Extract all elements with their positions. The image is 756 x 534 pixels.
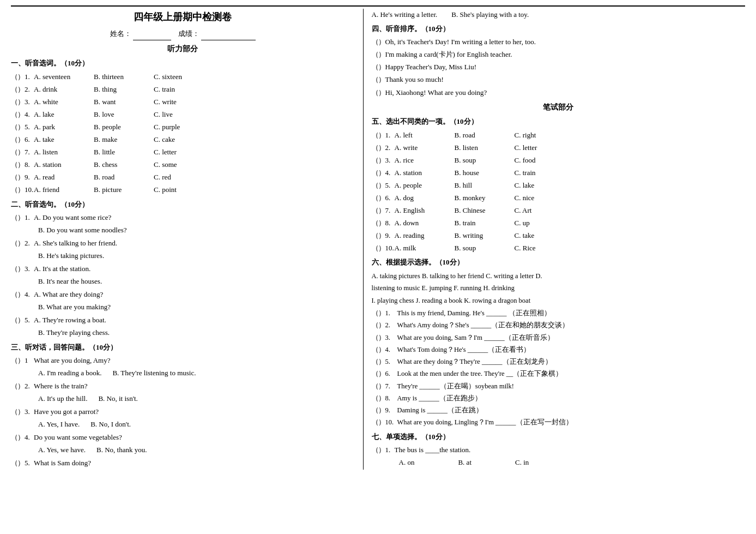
list-item: （ ）5. What is Sam doing? — [11, 457, 355, 469]
listen-section-title: 听力部分 — [11, 43, 355, 56]
list-item: （ ）3. Have you got a parrot? A. Yes, I h… — [11, 406, 355, 430]
part3-questions: （ ）1 What are you doing, Amy? A. I'm rea… — [11, 355, 355, 470]
list-item: （ ）3. A. It's at the station. B. It's ne… — [11, 263, 355, 287]
list-item: （ ）1. A. left B. road C. right — [372, 129, 745, 141]
score-label: 成绩： — [178, 29, 199, 38]
name-score-row: 姓名： 成绩： — [11, 28, 355, 40]
list-item: （ ）6. A. dog B. monkey C. nice — [372, 192, 745, 204]
list-item: （ ）9. Daming is ______（正在跳） — [372, 405, 745, 416]
list-item: （ ）2. A. She's talking to her friend. B.… — [11, 237, 355, 262]
part5-title: 五、选出不同类的一项。（10分） — [372, 116, 745, 128]
list-item: （ ）6. A. take B. make C. cake — [11, 134, 355, 146]
list-item: （ ）9. A. reading B. writing C. take — [372, 230, 745, 242]
list-item: （ ）5. A. They're rowing a boat. B. They'… — [11, 314, 355, 339]
list-item: （ ）10. What are you doing, Lingling？I'm … — [372, 417, 745, 428]
list-item: （ ）7. A. listen B. little C. letter — [11, 146, 355, 158]
list-item: （ ）10. A. milk B. soup C. Rice — [372, 242, 745, 254]
part4-items: （）Oh, it's Teacher's Day! I'm writing a … — [372, 36, 745, 98]
list-item: （ ）9. A. read B. road C. red — [11, 171, 355, 183]
list-item: （ ）4. A. station B. house C. train — [372, 167, 745, 179]
list-item: （ ）1. This is my friend, Daming. He's __… — [372, 308, 745, 319]
part6-title: 六、根据提示选择。（10分） — [372, 256, 745, 268]
part4-title: 四、听音排序。（10分） — [372, 23, 745, 35]
list-item: （ ）4. What's Tom doing？He's ______（正在看书） — [372, 344, 745, 356]
part6-options-line1: A. taking pictures B. talking to her fri… — [372, 270, 745, 283]
name-label: 姓名： — [110, 29, 131, 38]
list-item: （）Hi, Xiaohong! What are you doing? — [372, 87, 745, 99]
list-item: （ ）7. They're ______（正在喝）soybean milk! — [372, 381, 745, 392]
list-item: （ ）4. A. lake B. love C. live — [11, 109, 355, 121]
page-title: 四年级上册期中检测卷 — [11, 9, 355, 26]
list-item: （ ）1 What are you doing, Amy? A. I'm rea… — [11, 355, 355, 379]
part1-title: 一、听音选词。（10分） — [11, 57, 355, 69]
part6-options-line2: listening to music E. jumping F. running… — [372, 282, 745, 295]
list-item: （ ）1. A. seventeen B. thirteen C. sixtee… — [11, 71, 355, 83]
list-item: （ ）4. A. What are they doing? B. What ar… — [11, 289, 355, 313]
part7-questions: （ ）1. The bus is ____the station. A. on … — [372, 444, 745, 469]
part7-title: 七、单项选择。（10分） — [372, 431, 745, 443]
list-item: （ ）3. A. white B. want C. write — [11, 96, 355, 108]
list-item: （ ）5. A. people B. hill C. lake — [372, 179, 745, 191]
list-item: （ ）2. Where is the train? A. It's up the… — [11, 380, 355, 405]
part5-questions: （ ）1. A. left B. road C. right （ ）2. A. … — [372, 129, 745, 255]
list-item: （ ）6. Look at the men under the tree. Th… — [372, 368, 745, 380]
list-item: （ ）8. A. down B. train C. up — [372, 217, 745, 229]
part1-questions: （ ）1. A. seventeen B. thirteen C. sixtee… — [11, 71, 355, 196]
list-item: （）Happy Teacher's Day, Miss Liu! — [372, 61, 745, 73]
list-item: （ ）2. A. write B. listen C. letter — [372, 142, 745, 154]
list-item: （ ）8. A. station B. chess C. some — [11, 159, 355, 171]
part6-options: A. taking pictures B. talking to her fri… — [372, 270, 745, 307]
list-item: （ ）3. What are you doing, Sam？I'm ______… — [372, 332, 745, 344]
written-section-title: 笔试部分 — [372, 101, 745, 114]
list-item: （ ）5. What are they doing？They're ______… — [372, 356, 745, 368]
list-item: （ ）1. A. Do you want some rice? B. Do yo… — [11, 212, 355, 236]
list-item: （）Thank you so much! — [372, 74, 745, 86]
list-item: （ ）5. A. park B. people C. purple — [11, 121, 355, 133]
part2-questions: （ ）1. A. Do you want some rice? B. Do yo… — [11, 212, 355, 339]
list-item: （ ）10. A. friend B. picture C. point — [11, 184, 355, 196]
list-item: （）I'm making a card(卡片) for English teac… — [372, 49, 745, 61]
part3-b: B. She's playing with a toy. — [451, 10, 529, 19]
list-item: （ ）1. The bus is ____the station. A. on … — [372, 444, 745, 469]
list-item: （ ）3. A. rice B. soup C. food — [372, 154, 745, 166]
part6-options-line3: I. playing chess J. reading a book K. ro… — [372, 295, 745, 307]
part2-title: 二、听音选句。（10分） — [11, 199, 355, 211]
part6-questions: （ ）1. This is my friend, Daming. He's __… — [372, 308, 745, 429]
list-item: （ ）4. Do you want some vegetables? A. Ye… — [11, 431, 355, 456]
list-item: （ ）2. What's Amy doing？She's ______（正在和她… — [372, 320, 745, 331]
list-item: （ ）2. A. drink B. thing C. train — [11, 83, 355, 95]
list-item: （ ）7. A. English B. Chinese C. Art — [372, 205, 745, 217]
list-item: （ ）8. Amy is ______（正在跑步） — [372, 393, 745, 404]
part3-title: 三、听对话，回答问题。（10分） — [11, 341, 355, 353]
list-item: （）Oh, it's Teacher's Day! I'm writing a … — [372, 36, 745, 48]
part3-a: A. He's writing a letter. — [372, 10, 438, 19]
part3-top-options: A. He's writing a letter. B. She's playi… — [372, 9, 745, 21]
